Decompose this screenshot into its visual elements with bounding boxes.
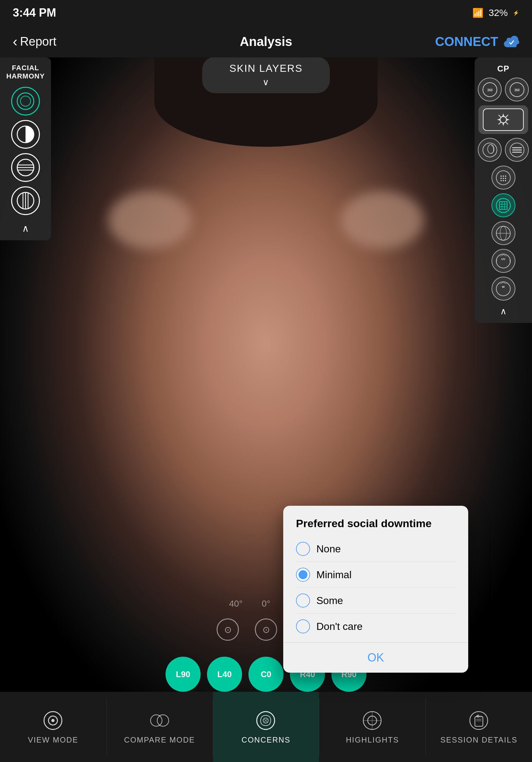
nav-bar: ‹ Report CONNECT Analysis — [0, 26, 532, 57]
cp-icon-stripe[interactable] — [505, 138, 529, 162]
back-label: Report — [20, 35, 56, 48]
angle-btn-c0[interactable]: C0 — [248, 657, 284, 692]
svg-point-15 — [500, 116, 506, 123]
cp-icon-globe[interactable] — [492, 221, 515, 245]
filter-half-circle[interactable] — [11, 120, 40, 149]
svg-point-27 — [503, 178, 504, 179]
tab-view-mode[interactable]: VIEW MODE — [0, 692, 106, 762]
cp-icon-360-left[interactable]: 360 — [478, 78, 502, 102]
svg-point-0 — [17, 93, 34, 110]
svg-point-31 — [505, 180, 506, 181]
option-some-label: Some — [316, 595, 343, 607]
filter-lines[interactable] — [11, 153, 40, 182]
nav-back-button[interactable]: ‹ Report — [13, 34, 56, 49]
angle-btn-l90[interactable]: L90 — [166, 657, 201, 692]
tab-highlights[interactable]: HIGHLIGHTS — [319, 692, 426, 762]
page-title: Analysis — [240, 35, 293, 49]
svg-point-42 — [496, 282, 510, 296]
svg-point-59 — [477, 715, 479, 717]
angle-btn-c0-label: C0 — [261, 669, 271, 679]
option-minimal-label: Minimal — [316, 569, 352, 581]
cp-icon-uv[interactable]: UV — [492, 249, 515, 273]
connect-label: CONNECT — [435, 35, 498, 49]
svg-point-16 — [483, 143, 497, 157]
dialog-title: Preferred social downtime — [283, 506, 468, 536]
highlights-icon — [362, 709, 384, 732]
tab-highlights-label: HIGHLIGHTS — [346, 735, 399, 744]
angle-center: 0° — [262, 599, 270, 609]
cp-icon-360-right[interactable]: 360 — [505, 78, 529, 102]
radio-minimal[interactable] — [296, 568, 310, 582]
session-details-icon — [468, 709, 490, 732]
filter-vertical[interactable] — [11, 187, 40, 215]
svg-point-24 — [503, 176, 504, 177]
tab-session-details[interactable]: SESSION DETAILS — [426, 692, 532, 762]
camera-icon-1[interactable]: ⊙ — [217, 618, 239, 641]
option-dontcare[interactable]: Don't care — [296, 614, 455, 639]
cp-row-face-stripe — [478, 138, 529, 162]
tab-compare-mode[interactable]: COMPARE MODE — [106, 692, 213, 762]
battery-icon: ⚡ — [513, 10, 519, 16]
cloud-icon — [503, 36, 519, 47]
tab-session-details-label: SESSION DETAILS — [440, 735, 518, 744]
cp-row-360: 360 360 — [478, 78, 529, 102]
svg-rect-56 — [475, 717, 483, 726]
cp-icon-gear[interactable] — [483, 109, 524, 131]
camera-icon-2[interactable]: ⊙ — [255, 618, 277, 641]
svg-text:360: 360 — [514, 88, 519, 92]
compare-mode-icon — [148, 709, 170, 732]
battery-level: 32% — [489, 7, 508, 18]
wifi-icon: 📶 — [472, 8, 484, 18]
blur-eye-right — [341, 191, 424, 249]
status-bar: 3:44 PM 📶 32% ⚡ — [0, 0, 532, 26]
radio-some[interactable] — [296, 593, 310, 608]
tab-view-mode-label: VIEW MODE — [28, 735, 78, 744]
svg-point-28 — [505, 178, 506, 179]
svg-point-23 — [500, 176, 502, 177]
cp-icon-dots[interactable] — [492, 166, 515, 190]
filter-circle-teal[interactable] — [11, 87, 40, 115]
skin-layers-label: SKIN LAYERS — [229, 62, 302, 74]
cp-icon-face-side[interactable] — [478, 138, 502, 162]
connect-button[interactable]: CONNECT — [435, 35, 519, 49]
status-time: 3:44 PM — [13, 6, 56, 20]
tab-concerns-label: CONCERNS — [241, 735, 290, 744]
right-panel-collapse[interactable]: ∧ — [500, 306, 507, 317]
angle-btn-l90-label: L90 — [176, 669, 190, 679]
cp-icon-w[interactable]: W — [492, 277, 515, 301]
facial-harmony-panel: FACIAL HARMONY ∧ — [0, 57, 51, 240]
svg-point-32 — [496, 198, 510, 212]
svg-point-47 — [151, 715, 162, 726]
tab-concerns[interactable]: CONCERNS — [213, 692, 319, 762]
skin-layers-button[interactable]: SKIN LAYERS ∨ — [202, 57, 330, 93]
svg-point-55 — [470, 712, 488, 729]
concerns-icon — [255, 709, 277, 732]
back-arrow-icon: ‹ — [13, 34, 18, 49]
option-none-label: None — [316, 543, 341, 555]
angle-left: 40° — [229, 599, 242, 609]
option-none[interactable]: None — [296, 536, 455, 562]
tab-compare-mode-label: COMPARE MODE — [124, 735, 195, 744]
svg-point-48 — [157, 715, 169, 726]
skin-layers-chevron: ∨ — [262, 77, 270, 87]
svg-point-1 — [21, 96, 31, 106]
angle-btn-l40[interactable]: L40 — [207, 657, 242, 692]
cp-icon-grid-teal[interactable] — [492, 193, 515, 217]
svg-text:W: W — [502, 285, 505, 288]
svg-point-40 — [496, 254, 510, 268]
tab-bar: VIEW MODE COMPARE MODE CONCERNS — [0, 692, 532, 762]
option-minimal[interactable]: Minimal — [296, 562, 455, 588]
facial-harmony-title: FACIAL HARMONY — [5, 64, 46, 80]
svg-point-26 — [500, 178, 502, 179]
angle-btn-l40-label: L40 — [218, 669, 232, 679]
radio-dontcare[interactable] — [296, 619, 310, 634]
radio-none[interactable] — [296, 542, 310, 556]
view-mode-icon — [42, 709, 64, 732]
option-some[interactable]: Some — [296, 588, 455, 614]
skin-layers-panel: SKIN LAYERS ∨ — [51, 57, 481, 93]
cp-title: CP — [497, 64, 509, 74]
dialog-ok-button[interactable]: OK — [283, 643, 468, 673]
left-panel-collapse[interactable]: ∧ — [22, 223, 29, 234]
svg-text:360: 360 — [487, 88, 493, 92]
status-right: 📶 32% ⚡ — [472, 7, 519, 18]
